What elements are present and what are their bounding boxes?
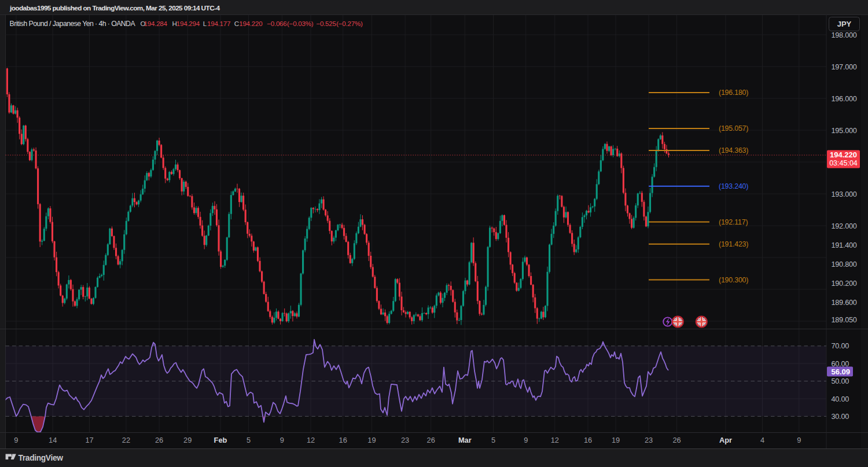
svg-text:19: 19 <box>612 436 620 444</box>
svg-text:C: C <box>234 20 239 27</box>
svg-text:(−0.03%): (−0.03%) <box>287 20 314 27</box>
svg-text:197.000: 197.000 <box>832 63 857 71</box>
svg-text:19: 19 <box>367 436 376 444</box>
svg-text:16: 16 <box>584 436 592 444</box>
svg-text:12: 12 <box>551 436 559 444</box>
svg-text:5: 5 <box>247 436 251 444</box>
svg-text:16: 16 <box>339 436 347 444</box>
svg-text:Feb: Feb <box>214 436 227 444</box>
svg-text:9: 9 <box>797 436 801 444</box>
svg-text:194.220: 194.220 <box>830 150 857 159</box>
svg-text:TradingView: TradingView <box>19 454 64 462</box>
svg-text:26: 26 <box>672 436 681 444</box>
svg-text:40.00: 40.00 <box>832 395 849 403</box>
svg-text:26: 26 <box>427 436 435 444</box>
svg-text:(−0.27%): (−0.27%) <box>336 20 363 27</box>
svg-text:194.220: 194.220 <box>239 20 262 27</box>
svg-text:9: 9 <box>280 436 284 444</box>
svg-text:−0.066: −0.066 <box>267 20 286 27</box>
svg-text:(190.300): (190.300) <box>719 276 748 284</box>
svg-text:12: 12 <box>307 436 315 444</box>
svg-text:50.00: 50.00 <box>832 377 849 385</box>
svg-text:198.000: 198.000 <box>832 31 857 39</box>
svg-text:190.200: 190.200 <box>832 280 857 288</box>
svg-text:−0.525: −0.525 <box>316 20 336 27</box>
svg-text:JPY: JPY <box>837 20 852 28</box>
svg-text:17: 17 <box>85 436 93 444</box>
svg-text:4: 4 <box>760 436 764 444</box>
svg-text:22: 22 <box>122 436 130 444</box>
svg-text:Mar: Mar <box>458 436 472 444</box>
svg-text:5: 5 <box>491 436 495 444</box>
svg-text:189.050: 189.050 <box>832 316 857 324</box>
svg-text:23: 23 <box>645 436 653 444</box>
svg-text:29: 29 <box>183 436 192 444</box>
svg-text:194.284: 194.284 <box>144 20 168 27</box>
svg-text:(193.240): (193.240) <box>719 182 748 190</box>
svg-text:30.00: 30.00 <box>832 413 849 421</box>
svg-text:03:45:04: 03:45:04 <box>829 159 858 167</box>
svg-text:23: 23 <box>401 436 409 444</box>
svg-text:189.600: 189.600 <box>832 299 857 307</box>
svg-text:194.294: 194.294 <box>176 20 200 27</box>
svg-text:56.09: 56.09 <box>832 367 851 376</box>
svg-text:British Pound / Japanese Yen ·: British Pound / Japanese Yen · 4h · OAND… <box>10 20 136 28</box>
svg-text:191.400: 191.400 <box>832 241 857 249</box>
svg-text:(194.363): (194.363) <box>719 146 748 155</box>
svg-text:194.177: 194.177 <box>207 20 230 27</box>
svg-text:9: 9 <box>14 436 18 444</box>
svg-text:(191.423): (191.423) <box>719 240 748 248</box>
svg-text:L: L <box>203 20 207 27</box>
svg-text:(195.057): (195.057) <box>719 124 748 133</box>
svg-text:(196.180): (196.180) <box>719 89 748 97</box>
svg-text:190.800: 190.800 <box>832 260 857 269</box>
svg-text:70.00: 70.00 <box>832 342 849 350</box>
svg-text:9: 9 <box>524 436 528 444</box>
svg-text:(192.117): (192.117) <box>719 218 748 226</box>
svg-text:14: 14 <box>49 436 57 444</box>
svg-text:joodabas1995 published on Trad: joodabas1995 published on TradingView.co… <box>9 4 220 12</box>
svg-text:26: 26 <box>155 436 163 444</box>
svg-text:195.000: 195.000 <box>832 127 857 135</box>
svg-text:Apr: Apr <box>719 436 732 444</box>
svg-text:193.000: 193.000 <box>832 190 857 198</box>
svg-text:196.000: 196.000 <box>832 95 857 103</box>
svg-text:192.000: 192.000 <box>832 222 857 230</box>
